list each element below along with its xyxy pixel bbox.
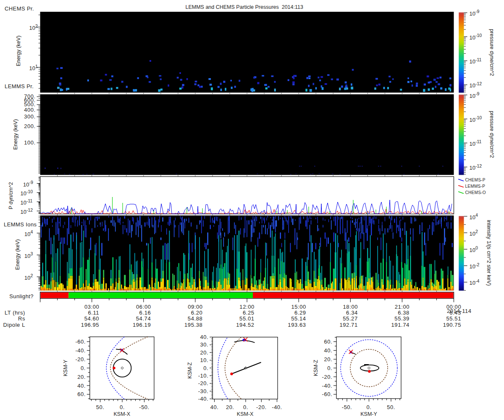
svg-text:Dipole L: Dipole L [3,322,26,328]
svg-text:KSM-X: KSM-X [114,411,131,417]
svg-text:40.: 40. [210,404,219,410]
svg-text:P dyn/cm^2: P dyn/cm^2 [8,182,14,210]
svg-text:55.27: 55.27 [343,315,358,322]
svg-text:55.51: 55.51 [446,315,461,322]
svg-text:6.29: 6.29 [294,310,306,316]
svg-text:LT (hrs): LT (hrs) [5,310,25,316]
svg-text:KSM-Z: KSM-Z [313,360,319,376]
svg-text:CHEMS Pr.: CHEMS Pr. [5,5,34,12]
svg-text:-40.: -40. [322,383,332,389]
svg-text:Energy (keV): Energy (keV) [16,36,21,66]
svg-text:10: 10 [21,209,26,215]
svg-text:6.11: 6.11 [88,310,99,316]
svg-text:0.: 0. [203,365,208,371]
svg-text:3: 3 [31,251,33,256]
svg-text:20.: 20. [77,374,86,380]
svg-text:20.: 20. [324,356,332,362]
svg-text:10: 10 [29,25,35,31]
svg-text:195.38: 195.38 [184,322,202,328]
svg-text:191.74: 191.74 [391,322,410,328]
svg-text:-11: -11 [26,198,33,203]
svg-text:55.01: 55.01 [239,315,255,322]
svg-text:196.95: 196.95 [81,322,99,328]
svg-text:50.: 50. [96,404,105,410]
svg-text:10: 10 [470,165,475,171]
svg-text:Energy (keV): Energy (keV) [15,239,21,270]
svg-text:06:00: 06:00 [136,304,151,310]
svg-text:-60.: -60. [322,391,332,397]
svg-text:0.: 0. [81,365,86,371]
svg-text:10: 10 [23,181,29,188]
svg-text:55.39: 55.39 [394,315,410,322]
svg-text:10: 10 [470,82,475,89]
svg-text:54.60: 54.60 [84,315,100,322]
svg-text:100.: 100. [24,139,35,146]
svg-text:193.63: 193.63 [288,322,306,328]
svg-text:10: 10 [470,214,475,220]
svg-text:10: 10 [470,280,475,286]
svg-text:KSM-Z: KSM-Z [187,362,193,378]
svg-text:40.: 40. [324,347,332,354]
svg-text:-2: -2 [475,262,479,267]
svg-text:-40.: -40. [75,347,85,354]
svg-text:30.: 30. [200,341,209,348]
svg-text:4: 4 [31,229,33,234]
svg-text:09:00: 09:00 [188,304,203,310]
svg-text:20.: 20. [200,349,209,356]
svg-text:10: 10 [24,253,30,259]
svg-text:10: 10 [470,247,475,253]
svg-text:-12: -12 [475,81,482,86]
svg-text:0: 0 [475,245,478,250]
svg-text:10: 10 [29,65,35,71]
svg-text:50.: 50. [387,404,395,410]
svg-text:6.38: 6.38 [398,310,410,316]
svg-text:10: 10 [24,231,30,237]
svg-text:-30.: -30. [198,388,208,394]
svg-text:2: 2 [35,24,38,29]
svg-text:-40.: -40. [198,396,208,402]
svg-text:10: 10 [470,141,475,147]
svg-text:10: 10 [470,34,475,41]
svg-text:-9: -9 [475,9,479,14]
svg-text:-10: -10 [26,189,33,194]
svg-text:-4: -4 [475,278,479,284]
svg-text:-60.: -60. [75,339,85,345]
svg-text:0.: 0. [120,404,125,410]
svg-text:18:00: 18:00 [343,304,358,310]
svg-text:40.: 40. [200,334,209,340]
svg-text:6.34: 6.34 [346,310,358,316]
svg-text:LEMMS and CHEMS Particle Press: LEMMS and CHEMS Particle Pressures 2014:… [185,4,303,10]
svg-text:KSM-X: KSM-X [237,411,254,417]
svg-text:54.88: 54.88 [188,315,203,322]
svg-text:1: 1 [35,64,38,69]
svg-text:6.16: 6.16 [139,310,151,316]
svg-text:10: 10 [470,10,475,17]
svg-text:0.: 0. [243,404,248,410]
svg-text:-50.: -50. [342,404,352,410]
svg-text:40.: 40. [77,383,86,389]
svg-text:Rs: Rs [18,315,25,322]
svg-text:Energy (keV): Energy (keV) [13,119,18,150]
svg-text:192.71: 192.71 [339,322,357,328]
svg-text:KSM-Y: KSM-Y [360,411,377,417]
svg-text:6.20: 6.20 [191,310,203,316]
svg-text:10: 10 [21,190,26,197]
svg-text:-10: -10 [475,33,482,38]
svg-text:0.: 0. [327,365,332,371]
svg-text:10: 10 [470,231,475,237]
svg-text:CHEMS-P: CHEMS-P [465,178,486,182]
svg-text:-20.: -20. [256,404,266,410]
svg-text:21:00: 21:00 [395,304,410,310]
svg-text:LEMMS Pr.: LEMMS Pr. [5,83,34,89]
svg-text:15:00: 15:00 [291,304,306,310]
svg-text:200.: 200. [24,123,35,129]
svg-text:-12: -12 [475,163,482,168]
svg-text:-20.: -20. [75,356,85,362]
svg-text:-20.: -20. [198,380,208,386]
svg-text:10: 10 [24,275,30,281]
svg-text:10.: 10. [200,357,209,363]
svg-text:-20.: -20. [322,374,332,380]
svg-text:-10: -10 [475,115,482,120]
svg-text:6.43: 6.43 [449,310,461,316]
svg-text:10: 10 [21,200,26,206]
